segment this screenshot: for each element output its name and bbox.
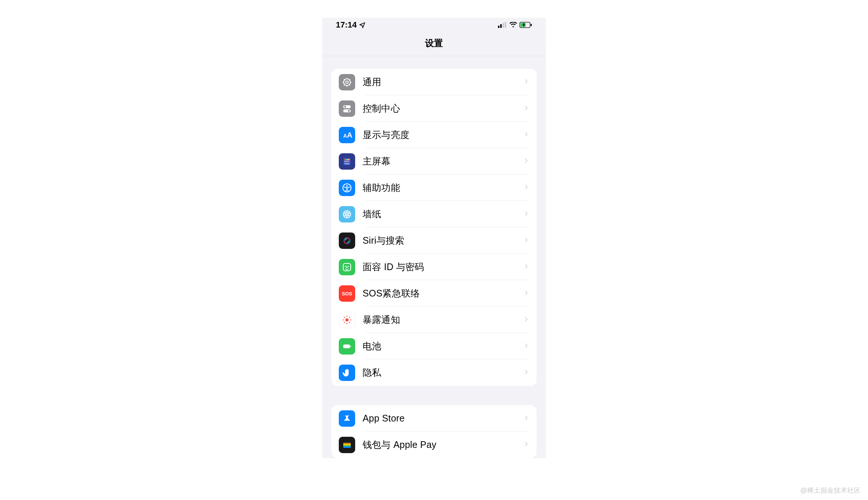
chevron-right-icon bbox=[524, 77, 529, 87]
siri-icon bbox=[339, 233, 355, 249]
settings-row-label: Siri与搜索 bbox=[363, 234, 524, 247]
faceid-icon bbox=[339, 259, 355, 275]
chevron-right-icon bbox=[524, 183, 529, 193]
location-icon bbox=[359, 22, 366, 28]
wallpaper-icon bbox=[339, 206, 355, 222]
settings-row-label: 显示与亮度 bbox=[363, 129, 524, 141]
settings-row-wallpaper[interactable]: 墙纸 bbox=[331, 201, 537, 227]
chevron-right-icon bbox=[524, 289, 529, 298]
toggles-icon bbox=[339, 100, 355, 117]
settings-row-label: 隐私 bbox=[363, 366, 524, 379]
chevron-right-icon bbox=[524, 130, 529, 140]
svg-rect-6 bbox=[531, 24, 532, 26]
settings-row-label: 暴露通知 bbox=[363, 314, 524, 326]
settings-row-label: 辅助功能 bbox=[363, 182, 524, 194]
settings-row-accessibility[interactable]: 辅助功能 bbox=[331, 174, 537, 201]
chevron-right-icon bbox=[524, 209, 529, 219]
settings-row-faceid[interactable]: 面容 ID 与密码 bbox=[331, 254, 537, 280]
settings-row-label: 主屏幕 bbox=[363, 155, 524, 167]
gear-icon bbox=[339, 74, 355, 90]
settings-row-app-store[interactable]: App Store bbox=[331, 405, 537, 432]
hand-icon bbox=[339, 365, 355, 381]
settings-row-label: 通用 bbox=[363, 76, 524, 88]
sos-icon bbox=[339, 285, 355, 302]
text-size-icon bbox=[339, 127, 355, 143]
chevron-right-icon bbox=[524, 157, 529, 166]
chevron-right-icon bbox=[524, 440, 529, 450]
cellular-icon bbox=[498, 22, 507, 28]
settings-row-siri[interactable]: Siri与搜索 bbox=[331, 227, 537, 254]
settings-row-label: 电池 bbox=[363, 340, 524, 352]
settings-row-control-center[interactable]: 控制中心 bbox=[331, 95, 537, 122]
status-time: 17:14 bbox=[336, 20, 357, 30]
settings-row-label: 钱包与 Apple Pay bbox=[363, 439, 524, 451]
chevron-right-icon bbox=[524, 104, 529, 113]
settings-row-label: SOS紧急联络 bbox=[363, 287, 524, 299]
chevron-right-icon bbox=[524, 342, 529, 351]
wallet-icon bbox=[339, 437, 355, 453]
settings-section: 通用控制中心显示与亮度主屏幕辅助功能墙纸Siri与搜索面容 ID 与密码SOS紧… bbox=[331, 69, 537, 386]
watermark: @稀土掘金技术社区 bbox=[800, 486, 861, 495]
chevron-right-icon bbox=[524, 368, 529, 378]
exposure-icon bbox=[339, 312, 355, 328]
settings-section: App Store钱包与 Apple Pay bbox=[331, 405, 537, 458]
settings-row-exposure[interactable]: 暴露通知 bbox=[331, 307, 537, 333]
settings-row-sos[interactable]: SOS紧急联络 bbox=[331, 280, 537, 307]
settings-row-privacy[interactable]: 隐私 bbox=[331, 359, 537, 386]
chevron-right-icon bbox=[524, 236, 529, 246]
svg-rect-2 bbox=[502, 23, 504, 28]
battery-charging-icon bbox=[520, 22, 532, 28]
appstore-icon bbox=[339, 410, 355, 427]
status-bar: 17:14 bbox=[322, 18, 546, 32]
chevron-right-icon bbox=[524, 262, 529, 272]
svg-rect-1 bbox=[500, 24, 502, 28]
status-right bbox=[498, 22, 532, 28]
status-left: 17:14 bbox=[336, 20, 366, 30]
settings-row-general[interactable]: 通用 bbox=[331, 69, 537, 95]
chevron-right-icon bbox=[524, 315, 529, 325]
settings-row-battery[interactable]: 电池 bbox=[331, 333, 537, 359]
settings-row-wallet[interactable]: 钱包与 Apple Pay bbox=[331, 432, 537, 458]
wifi-icon bbox=[509, 22, 517, 28]
chevron-right-icon bbox=[524, 414, 529, 423]
svg-rect-0 bbox=[498, 26, 499, 28]
page-title: 设置 bbox=[322, 32, 546, 56]
home-grid-icon bbox=[339, 153, 355, 170]
settings-row-label: 控制中心 bbox=[363, 102, 524, 115]
battery-icon bbox=[339, 338, 355, 355]
settings-row-label: App Store bbox=[363, 413, 524, 424]
phone-frame: 17:14 设置 通用控制中心显示与亮度主屏幕辅助功能墙纸Siri与搜索面容 I… bbox=[322, 18, 546, 458]
settings-row-label: 面容 ID 与密码 bbox=[363, 261, 524, 273]
settings-row-display[interactable]: 显示与亮度 bbox=[331, 122, 537, 148]
svg-rect-3 bbox=[505, 22, 506, 28]
accessibility-icon bbox=[339, 180, 355, 196]
settings-row-label: 墙纸 bbox=[363, 208, 524, 220]
settings-row-home-screen[interactable]: 主屏幕 bbox=[331, 148, 537, 174]
